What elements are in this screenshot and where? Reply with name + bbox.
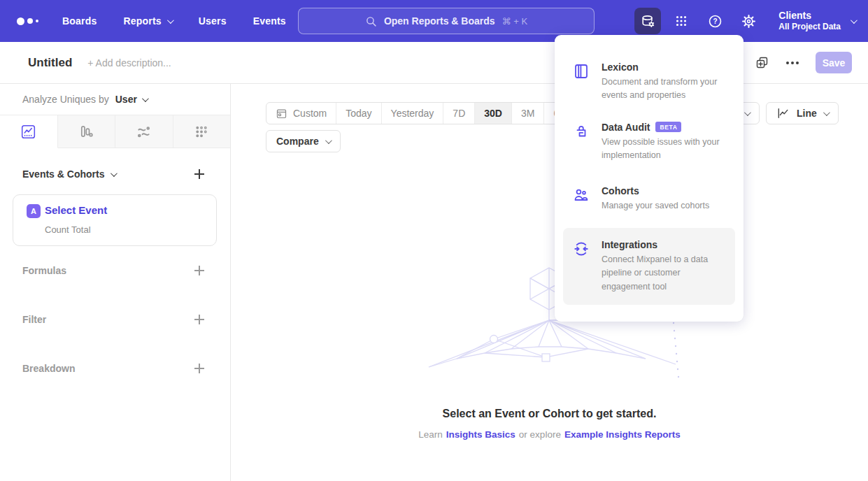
- menu-item-integrations[interactable]: Integrations Connect Mixpanel to a data …: [563, 228, 735, 305]
- events-cohorts-header[interactable]: Events & Cohorts: [22, 168, 115, 180]
- add-formula-button[interactable]: [194, 265, 205, 276]
- date-range-control: Custom Today Yesterday 7D 30D 3M 6M: [266, 102, 577, 124]
- svg-text:?: ?: [713, 17, 717, 25]
- chevron-down-icon: [167, 17, 174, 24]
- events-cohorts-section: Events & Cohorts: [0, 168, 230, 180]
- report-title[interactable]: Untitled: [28, 56, 72, 70]
- chevron-down-icon: [142, 95, 149, 102]
- insights-basics-link[interactable]: Insights Basics: [446, 429, 515, 440]
- chevron-down-icon: [111, 170, 118, 177]
- nav-item-events[interactable]: Events: [253, 15, 286, 27]
- chevron-down-icon: [851, 17, 858, 24]
- line-chart-icon: [776, 106, 790, 120]
- data-management-menu: Lexicon Document and transform your even…: [555, 35, 744, 322]
- filter-label: Filter: [22, 314, 46, 325]
- database-gear-icon: [640, 13, 656, 29]
- save-button[interactable]: Save: [816, 52, 852, 73]
- chart-type-tabs: [0, 115, 230, 148]
- chart-style-dropdown[interactable]: Line: [766, 102, 839, 124]
- grid-dots-icon: [674, 13, 689, 29]
- add-filter-button[interactable]: [194, 314, 205, 325]
- help-button[interactable]: ?: [702, 8, 728, 34]
- formulas-section: Formulas: [0, 265, 230, 276]
- analyze-row: Analyze Uniques by User: [0, 84, 230, 115]
- tab-retention-grid[interactable]: [173, 115, 231, 148]
- date-range-custom[interactable]: Custom: [266, 103, 336, 124]
- date-range-yesterday[interactable]: Yesterday: [382, 103, 444, 124]
- beta-badge: BETA: [655, 122, 681, 132]
- gear-icon: [741, 13, 757, 29]
- report-description-field[interactable]: + Add description...: [87, 57, 171, 69]
- apps-grid-button[interactable]: [668, 8, 695, 34]
- integrations-icon: [573, 240, 590, 257]
- compare-button[interactable]: Compare: [266, 130, 341, 152]
- global-search-input[interactable]: Open Reports & Boards ⌘ + K: [298, 8, 595, 34]
- event-badge: A: [27, 204, 41, 218]
- tab-flow[interactable]: [115, 115, 173, 148]
- calendar-icon: [276, 108, 287, 120]
- date-range-30d[interactable]: 30D: [475, 103, 512, 124]
- chevron-down-icon: [823, 109, 830, 116]
- date-range-3m[interactable]: 3M: [512, 103, 544, 124]
- copy-report-icon[interactable]: [755, 55, 769, 70]
- chevron-down-icon: [325, 137, 332, 144]
- empty-state-title: Select an Event or Cohort to get started…: [231, 408, 868, 420]
- example-reports-link[interactable]: Example Insights Reports: [564, 429, 681, 440]
- chevron-down-icon: [744, 109, 751, 116]
- search-shortcut: ⌘ + K: [502, 16, 528, 27]
- date-range-today[interactable]: Today: [336, 103, 381, 124]
- bar-chart-icon: [78, 124, 94, 140]
- flow-icon: [136, 124, 152, 140]
- data-management-button[interactable]: [634, 8, 661, 34]
- add-breakdown-button[interactable]: [194, 363, 205, 374]
- project-scope: All Project Data: [778, 22, 841, 32]
- search-placeholder: Open Reports & Boards: [384, 15, 495, 27]
- select-event-label[interactable]: Select Event: [45, 204, 107, 216]
- breakdown-section: Breakdown: [0, 363, 230, 374]
- dots-grid-icon: [194, 124, 210, 140]
- mixpanel-logo[interactable]: [17, 17, 38, 25]
- or-explore-text: or explore: [519, 429, 561, 440]
- breakdown-label: Breakdown: [22, 363, 75, 374]
- lexicon-icon: [573, 63, 590, 80]
- data-audit-icon: [573, 123, 590, 140]
- project-name: Clients: [778, 10, 841, 22]
- tab-insights-line[interactable]: [0, 115, 58, 148]
- nav-item-boards[interactable]: Boards: [62, 15, 97, 27]
- filter-section: Filter: [0, 314, 230, 325]
- date-range-7d[interactable]: 7D: [443, 103, 475, 124]
- menu-item-cohorts[interactable]: Cohorts Manage your saved cohorts: [555, 185, 744, 213]
- analyze-label: Analyze Uniques by: [22, 94, 109, 105]
- nav-item-reports[interactable]: Reports: [123, 15, 171, 27]
- event-card[interactable]: A Select Event Count Total: [13, 194, 217, 246]
- help-icon: ?: [707, 13, 723, 29]
- more-options-button[interactable]: [786, 62, 799, 64]
- analyze-by-dropdown[interactable]: User: [115, 94, 147, 105]
- count-total-label[interactable]: Count Total: [45, 224, 91, 235]
- nav-item-users[interactable]: Users: [199, 15, 227, 27]
- project-switcher[interactable]: Clients All Project Data: [778, 10, 855, 33]
- cohorts-icon: [573, 187, 590, 203]
- add-event-button[interactable]: [194, 168, 205, 180]
- learn-prefix: Learn: [418, 429, 443, 440]
- insights-chart-icon: [20, 124, 36, 140]
- menu-item-data-audit[interactable]: Data Audit BETA View possible issues wit…: [555, 122, 744, 163]
- query-sidebar: Analyze Uniques by User: [0, 84, 231, 481]
- settings-button[interactable]: [735, 8, 762, 34]
- menu-item-lexicon[interactable]: Lexicon Document and transform your even…: [555, 62, 744, 103]
- search-icon: [365, 15, 377, 27]
- tab-bar-chart[interactable]: [58, 115, 116, 148]
- formulas-label: Formulas: [22, 265, 66, 276]
